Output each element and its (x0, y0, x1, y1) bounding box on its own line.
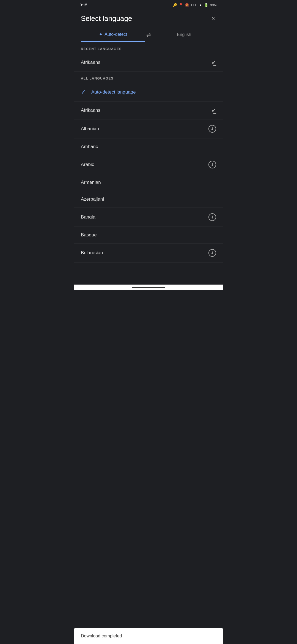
download-icon-belarusian: ⬇ (208, 249, 216, 257)
lang-name-bangla: Bangla (81, 214, 95, 220)
lang-name-amharic: Amharic (81, 144, 98, 149)
lang-name-albanian: Albanian (81, 126, 99, 132)
tab-english[interactable]: English (152, 28, 216, 41)
auto-detect-lang-label: Auto-detect language (91, 89, 136, 95)
lang-name-afrikaans: Afrikaans (81, 108, 100, 113)
all-lang-bangla[interactable]: Bangla ⬇ (74, 208, 223, 227)
tab-auto-detect-label: Auto-detect (105, 32, 127, 37)
home-indicator (74, 285, 223, 290)
all-lang-belarusian[interactable]: Belarusian ⬇ (74, 244, 223, 263)
download-icon-arabic: ⬇ (208, 161, 216, 168)
time: 9:15 (80, 3, 87, 7)
all-lang-amharic[interactable]: Amharic (74, 138, 223, 155)
auto-detect-check-icon: ✓ (81, 89, 86, 96)
all-lang-azerbaijani[interactable]: Azerbaijani (74, 191, 223, 208)
key-icon: 🔑 (173, 3, 177, 7)
tab-auto-detect[interactable]: ✦ Auto-detect (81, 28, 145, 42)
lang-name-basque: Basque (81, 232, 97, 238)
lang-name-azerbaijani: Azerbaijani (81, 197, 104, 202)
all-lang-basque[interactable]: Basque (74, 227, 223, 244)
recent-lang-afrikaans[interactable]: Afrikaans ✔̲ (74, 54, 223, 72)
header: Select language × (74, 9, 223, 28)
all-languages-header: ALL LANGUAGES (74, 72, 223, 83)
location-icon: 📍 (179, 3, 183, 7)
page-title: Select language (81, 14, 132, 23)
recent-languages-header: RECENT LANGUAGES (74, 42, 223, 54)
status-icons: 🔑 📍 🔕 LTE ▲ 🔋 33% (173, 3, 217, 7)
signal-icon: ▲ (199, 3, 202, 7)
snackbar-message: Download completed (81, 634, 122, 638)
home-bar (132, 287, 165, 288)
download-icon-albanian: ⬇ (208, 125, 216, 133)
snackbar: Download completed (74, 628, 223, 644)
tabs: ✦ Auto-detect ⇄ English (74, 28, 223, 42)
sparkle-icon: ✦ (99, 31, 103, 37)
lang-name-belarusian: Belarusian (81, 250, 103, 256)
status-bar: 9:15 🔑 📍 🔕 LTE ▲ 🔋 33% (74, 0, 223, 9)
check-underline-icon-afrikaans-recent: ✔̲ (211, 59, 216, 66)
all-lang-armenian[interactable]: Armenian (74, 174, 223, 191)
lang-name-arabic: Arabic (81, 162, 94, 167)
tab-english-label: English (177, 32, 191, 37)
lang-name-armenian: Armenian (81, 180, 101, 185)
check-underline-icon-afrikaans: ✔̲ (211, 107, 216, 114)
all-lang-afrikaans[interactable]: Afrikaans ✔̲ (74, 102, 223, 119)
recent-lang-name-afrikaans: Afrikaans (81, 60, 100, 65)
battery-icon: 🔋 (204, 3, 208, 7)
swap-icon[interactable]: ⇄ (145, 31, 152, 38)
battery-percent: 33% (210, 3, 217, 7)
all-lang-albanian[interactable]: Albanian ⬇ (74, 119, 223, 138)
all-lang-arabic[interactable]: Arabic ⬇ (74, 155, 223, 174)
all-lang-auto-detect[interactable]: ✓ Auto-detect language (74, 83, 223, 102)
download-icon-bangla: ⬇ (208, 213, 216, 221)
lte-label: LTE (191, 3, 197, 7)
bell-off-icon: 🔕 (185, 3, 189, 7)
close-button[interactable]: × (210, 14, 216, 23)
